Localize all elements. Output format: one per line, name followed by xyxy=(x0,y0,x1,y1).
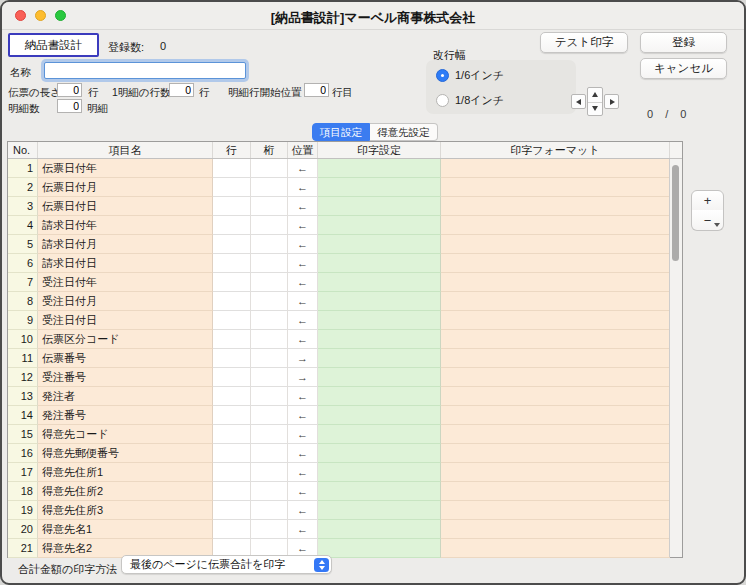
position-arrow-cell[interactable]: ← xyxy=(288,197,318,216)
digit-value-cell[interactable] xyxy=(251,463,288,482)
position-arrow-cell[interactable]: ← xyxy=(288,425,318,444)
add-row-button[interactable]: + xyxy=(691,190,724,211)
table-row[interactable]: 18得意先住所2← xyxy=(8,482,670,501)
table-row[interactable]: 17得意先住所1← xyxy=(8,463,670,482)
table-row[interactable]: 7受注日付年← xyxy=(8,273,670,292)
scrollbar-thumb[interactable] xyxy=(672,165,679,261)
table-row[interactable]: 10伝票区分コード← xyxy=(8,330,670,349)
table-row[interactable]: 1伝票日付年← xyxy=(8,159,670,178)
cancel-button[interactable]: キャンセル xyxy=(640,58,727,79)
digit-value-cell[interactable] xyxy=(251,368,288,387)
print-format-cell[interactable] xyxy=(441,425,670,444)
radio-option-1-6-inch[interactable]: 1/6インチ xyxy=(436,67,504,83)
position-arrow-cell[interactable]: ← xyxy=(288,463,318,482)
detail-rows-input[interactable] xyxy=(169,83,194,97)
position-arrow-cell[interactable]: ← xyxy=(288,387,318,406)
print-format-cell[interactable] xyxy=(441,444,670,463)
print-setting-cell[interactable] xyxy=(318,501,441,520)
print-setting-cell[interactable] xyxy=(318,254,441,273)
row-value-cell[interactable] xyxy=(213,425,251,444)
table-row[interactable]: 15得意先コード← xyxy=(8,425,670,444)
row-value-cell[interactable] xyxy=(213,349,251,368)
row-value-cell[interactable] xyxy=(213,330,251,349)
print-setting-cell[interactable] xyxy=(318,292,441,311)
row-value-cell[interactable] xyxy=(213,292,251,311)
table-row[interactable]: 19得意先住所3← xyxy=(8,501,670,520)
table-row[interactable]: 13発注者← xyxy=(8,387,670,406)
row-value-cell[interactable] xyxy=(213,387,251,406)
digit-value-cell[interactable] xyxy=(251,406,288,425)
digit-value-cell[interactable] xyxy=(251,235,288,254)
print-setting-cell[interactable] xyxy=(318,216,441,235)
digit-value-cell[interactable] xyxy=(251,520,288,539)
row-value-cell[interactable] xyxy=(213,501,251,520)
detail-count-input[interactable] xyxy=(57,99,82,113)
name-input[interactable] xyxy=(44,62,246,79)
total-print-method-select[interactable]: 最後のページに伝票合計を印字 xyxy=(121,555,332,574)
digit-value-cell[interactable] xyxy=(251,501,288,520)
row-value-cell[interactable] xyxy=(213,406,251,425)
digit-value-cell[interactable] xyxy=(251,254,288,273)
row-value-cell[interactable] xyxy=(213,235,251,254)
print-setting-cell[interactable] xyxy=(318,159,441,178)
table-row[interactable]: 9受注日付日← xyxy=(8,311,670,330)
print-format-cell[interactable] xyxy=(441,406,670,425)
remove-row-button[interactable]: − xyxy=(691,210,724,231)
print-setting-cell[interactable] xyxy=(318,463,441,482)
print-format-cell[interactable] xyxy=(441,539,670,558)
print-setting-cell[interactable] xyxy=(318,520,441,539)
digit-value-cell[interactable] xyxy=(251,159,288,178)
print-setting-cell[interactable] xyxy=(318,539,441,558)
digit-value-cell[interactable] xyxy=(251,330,288,349)
register-button[interactable]: 登録 xyxy=(640,32,727,53)
position-arrow-cell[interactable]: ← xyxy=(288,292,318,311)
digit-value-cell[interactable] xyxy=(251,425,288,444)
row-value-cell[interactable] xyxy=(213,254,251,273)
digit-value-cell[interactable] xyxy=(251,216,288,235)
print-format-cell[interactable] xyxy=(441,159,670,178)
digit-value-cell[interactable] xyxy=(251,292,288,311)
print-setting-cell[interactable] xyxy=(318,368,441,387)
print-format-cell[interactable] xyxy=(441,368,670,387)
position-arrow-cell[interactable]: ← xyxy=(288,254,318,273)
print-setting-cell[interactable] xyxy=(318,273,441,292)
print-setting-cell[interactable] xyxy=(318,482,441,501)
row-value-cell[interactable] xyxy=(213,444,251,463)
table-row[interactable]: 3伝票日付日← xyxy=(8,197,670,216)
print-setting-cell[interactable] xyxy=(318,387,441,406)
digit-value-cell[interactable] xyxy=(251,311,288,330)
digit-value-cell[interactable] xyxy=(251,197,288,216)
position-arrow-cell[interactable]: → xyxy=(288,349,318,368)
row-value-cell[interactable] xyxy=(213,520,251,539)
print-format-cell[interactable] xyxy=(441,216,670,235)
print-setting-cell[interactable] xyxy=(318,311,441,330)
table-row[interactable]: 11伝票番号→ xyxy=(8,349,670,368)
row-value-cell[interactable] xyxy=(213,311,251,330)
row-value-cell[interactable] xyxy=(213,368,251,387)
table-row[interactable]: 8受注日付月← xyxy=(8,292,670,311)
test-print-button[interactable]: テスト印字 xyxy=(540,32,628,53)
position-arrow-cell[interactable]: ← xyxy=(288,444,318,463)
position-arrow-cell[interactable]: ← xyxy=(288,311,318,330)
vertical-scrollbar[interactable] xyxy=(669,159,682,557)
table-row[interactable]: 4請求日付年← xyxy=(8,216,670,235)
position-arrow-cell[interactable]: ← xyxy=(288,273,318,292)
row-value-cell[interactable] xyxy=(213,482,251,501)
nav-left-button[interactable] xyxy=(571,94,586,109)
table-row[interactable]: 14発注番号← xyxy=(8,406,670,425)
screen-name-button[interactable]: 納品書設計 xyxy=(8,33,99,57)
digit-value-cell[interactable] xyxy=(251,444,288,463)
slip-length-input[interactable] xyxy=(57,83,82,97)
nav-stepper[interactable] xyxy=(587,87,603,116)
table-row[interactable]: 21得意先名2← xyxy=(8,539,670,558)
print-format-cell[interactable] xyxy=(441,387,670,406)
nav-right-button[interactable] xyxy=(604,94,619,109)
tab-item-settings[interactable]: 項目設定 xyxy=(312,123,370,141)
print-format-cell[interactable] xyxy=(441,349,670,368)
print-format-cell[interactable] xyxy=(441,273,670,292)
radio-selected-icon[interactable] xyxy=(436,69,449,82)
digit-value-cell[interactable] xyxy=(251,482,288,501)
position-arrow-cell[interactable]: ← xyxy=(288,406,318,425)
print-setting-cell[interactable] xyxy=(318,235,441,254)
position-arrow-cell[interactable]: ← xyxy=(288,482,318,501)
